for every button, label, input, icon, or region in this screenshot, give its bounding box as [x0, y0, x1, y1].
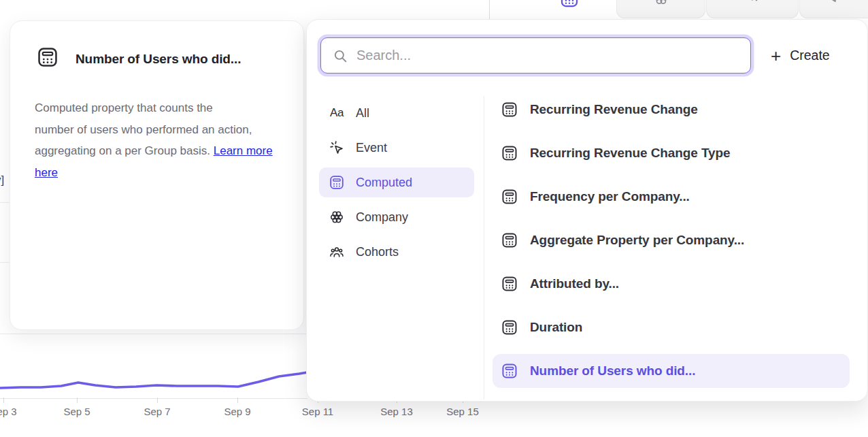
create-button[interactable]: + Create: [771, 37, 830, 74]
metric-tab-funnel[interactable]: [799, 0, 868, 18]
property-item-label: Frequency per Company...: [530, 189, 690, 204]
property-tooltip-card: Number of Users who did... Computed prop…: [10, 20, 304, 330]
category-event[interactable]: Event: [319, 133, 474, 163]
aa-text-icon: Aa: [329, 105, 345, 121]
calculator-icon: [559, 0, 580, 9]
x-tick: [237, 398, 238, 403]
calculator-icon: [501, 188, 518, 206]
picker-divider: [484, 96, 484, 400]
calculator-icon: [329, 174, 345, 191]
plus-icon: +: [771, 47, 781, 65]
calculator-icon: [501, 362, 518, 380]
x-tick: [157, 398, 158, 403]
x-axis-line: [0, 398, 307, 399]
property-list: Recurring Revenue Change Recurring Reven…: [493, 93, 850, 398]
app-root: { "colors": { "accent_purple": "#5b4ee0"…: [0, 0, 868, 437]
category-company[interactable]: Company: [319, 202, 474, 232]
category-cohorts[interactable]: Cohorts: [319, 237, 474, 267]
property-item[interactable]: Frequency per Company...: [493, 180, 850, 214]
pointer-icon: [744, 0, 762, 7]
calculator-icon: [501, 231, 518, 249]
property-item-label: Duration: [530, 320, 582, 335]
property-item-label: Recurring Revenue Change: [530, 102, 698, 117]
search-input[interactable]: [356, 38, 744, 73]
property-item[interactable]: Recurring Revenue Change Type: [493, 136, 850, 170]
property-row: Select Property: [537, 400, 868, 437]
cohorts-people-icon: [329, 244, 345, 260]
x-tick-label: Sep 13: [380, 406, 413, 417]
category-label: Computed: [356, 176, 412, 190]
category-computed[interactable]: Computed: [319, 167, 474, 197]
calculator-icon: [36, 46, 59, 69]
x-tick-label: Sep 9: [224, 406, 250, 417]
x-tick-label: Sep 3: [0, 406, 17, 417]
category-sidebar: Aa All Event Computed Company Cohorts: [319, 98, 474, 272]
property-item-label: Attributed by...: [530, 276, 619, 291]
funnel-icon: [825, 0, 843, 6]
x-tick-label: Sep 15: [446, 406, 479, 417]
property-item-selected[interactable]: Number of Users who did...: [493, 354, 850, 388]
category-label: All: [356, 106, 369, 120]
create-button-label: Create: [790, 48, 830, 63]
property-item[interactable]: Aggregate Property per Company...: [493, 223, 850, 257]
event-click-icon: [329, 140, 345, 156]
metric-line-chart: [0, 334, 313, 399]
clipped-builder-text: v]: [0, 174, 4, 187]
x-tick-label: Sep 5: [63, 406, 90, 417]
company-flower-icon: [652, 0, 670, 7]
metric-tab-company[interactable]: [616, 0, 705, 18]
property-item-label: Recurring Revenue Change Type: [530, 146, 731, 161]
calculator-icon: [501, 144, 518, 162]
x-tick: [77, 398, 78, 403]
company-flower-icon: [329, 209, 345, 225]
property-item-label: Number of Users who did...: [530, 363, 695, 378]
property-item-label: Aggregate Property per Company...: [530, 233, 744, 248]
search-icon: [333, 48, 348, 64]
property-item[interactable]: Recurring Revenue Change: [493, 93, 850, 127]
builder-row-divider: [0, 262, 10, 263]
category-all[interactable]: Aa All: [319, 98, 474, 128]
category-label: Cohorts: [356, 245, 399, 259]
metric-tab-pointer[interactable]: [706, 0, 799, 18]
top-nav-divider: [489, 0, 490, 19]
tooltip-title: Number of Users who did...: [76, 52, 241, 67]
x-tick: [3, 398, 4, 403]
property-item[interactable]: Duration: [493, 310, 850, 344]
x-tick-label: Sep 11: [302, 406, 333, 417]
category-label: Event: [356, 141, 387, 155]
chart-line: [0, 372, 312, 388]
category-label: Company: [356, 210, 408, 225]
search-box: [320, 37, 751, 74]
x-tick-label: Sep 7: [144, 406, 170, 417]
metric-tab-computed[interactable]: [522, 0, 616, 18]
property-picker-panel: + Create Aa All Event Computed Company C…: [306, 19, 868, 402]
builder-row-divider: [0, 202, 10, 203]
calculator-icon: [501, 275, 518, 293]
tooltip-description: Computed property that counts the number…: [35, 97, 274, 183]
calculator-icon: [501, 319, 518, 336]
property-item[interactable]: Attributed by...: [493, 267, 850, 301]
calculator-icon: [501, 101, 518, 118]
